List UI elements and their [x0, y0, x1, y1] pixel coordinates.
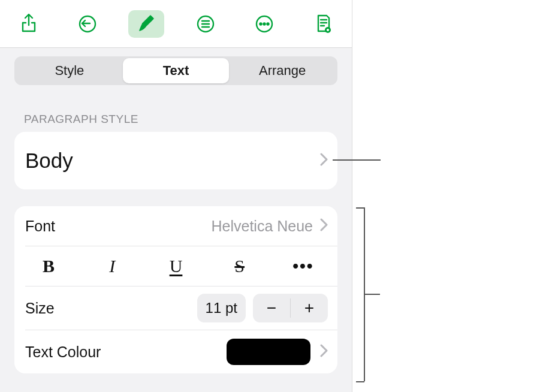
svg-point-6	[260, 23, 261, 25]
text-colour-swatch	[227, 339, 310, 365]
segmented-control-wrap: Style Text Arrange	[0, 48, 352, 85]
svg-point-13	[327, 29, 329, 31]
callout-bracket-cap	[356, 381, 364, 382]
more-icon	[254, 13, 275, 35]
size-decrease-button[interactable]: −	[253, 294, 290, 322]
underline-button[interactable]: U	[144, 246, 207, 286]
undo-button[interactable]	[70, 10, 105, 38]
size-stepper: − +	[253, 294, 328, 322]
format-panel: Style Text Arrange Paragraph Style Body …	[0, 0, 352, 392]
font-row[interactable]: Font Helvetica Neue	[14, 206, 337, 246]
size-value-button[interactable]: 11 pt	[197, 294, 246, 322]
tab-arrange[interactable]: Arrange	[229, 58, 336, 83]
size-increase-button[interactable]: +	[291, 294, 328, 322]
more-styles-button[interactable]: •••	[272, 246, 335, 286]
tab-text[interactable]: Text	[123, 58, 230, 83]
size-label: Size	[25, 300, 55, 317]
paragraph-style-row[interactable]: Body	[14, 132, 337, 189]
callout-bracket-lead	[364, 294, 380, 295]
chevron-right-icon	[320, 218, 328, 234]
italic-button[interactable]: I	[80, 246, 144, 286]
text-colour-label: Text Colour	[25, 343, 101, 361]
paintbrush-icon	[135, 13, 157, 35]
share-icon	[18, 13, 40, 35]
strikethrough-button[interactable]: S	[208, 246, 272, 286]
document-options-button[interactable]	[305, 10, 341, 38]
more-button[interactable]	[246, 10, 282, 38]
segmented-control: Style Text Arrange	[14, 56, 337, 85]
paragraph-style-card: Body	[14, 132, 337, 189]
text-colour-row[interactable]: Text Colour	[14, 330, 337, 373]
insert-button[interactable]	[188, 10, 224, 38]
paragraph-style-header: Paragraph Style	[0, 85, 352, 132]
chevron-right-icon	[320, 344, 328, 360]
undo-icon	[77, 13, 98, 35]
font-label: Font	[25, 218, 55, 235]
svg-point-8	[267, 23, 269, 25]
paragraph-style-value: Body	[25, 149, 73, 173]
style-buttons-row: B I U S •••	[14, 246, 337, 286]
callout-bracket-cap	[356, 207, 364, 209]
bold-button[interactable]: B	[17, 246, 80, 286]
toolbar	[0, 0, 352, 48]
font-settings-card: Font Helvetica Neue B I U S ••• Size 11 …	[14, 206, 337, 373]
font-value: Helvetica Neue	[211, 218, 313, 235]
document-options-icon	[312, 13, 334, 35]
size-row: Size 11 pt − +	[14, 287, 337, 330]
tab-style[interactable]: Style	[16, 58, 123, 83]
svg-point-7	[263, 23, 265, 25]
chevron-right-icon	[320, 153, 328, 168]
callout-bracket	[364, 207, 365, 381]
share-button[interactable]	[11, 10, 47, 38]
list-icon	[195, 13, 216, 35]
format-button[interactable]	[128, 10, 164, 38]
